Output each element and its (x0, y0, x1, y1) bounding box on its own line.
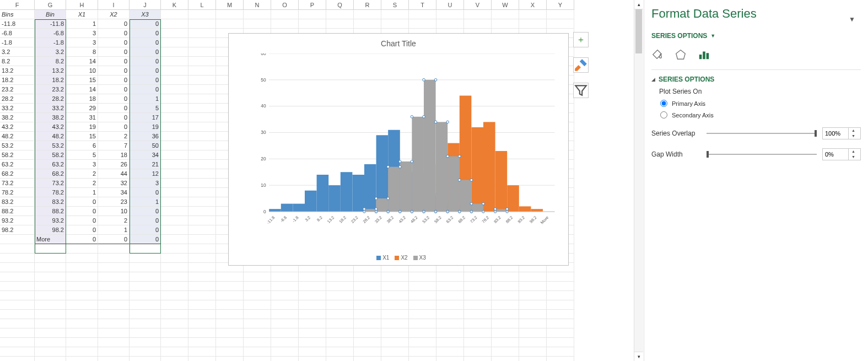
header-cell[interactable] (299, 10, 326, 19)
cell[interactable]: 0 (98, 57, 130, 66)
cell[interactable] (35, 310, 66, 319)
cell[interactable] (216, 319, 244, 328)
cell[interactable] (130, 282, 161, 291)
column-header-L[interactable]: L (188, 0, 216, 10)
cell[interactable] (547, 291, 574, 300)
cell[interactable]: 58.2 (35, 150, 66, 160)
cell[interactable] (547, 357, 574, 361)
cell[interactable] (381, 328, 409, 338)
cell[interactable]: 18 (66, 94, 98, 104)
cell[interactable] (188, 254, 216, 263)
cell[interactable] (0, 357, 35, 361)
cell[interactable] (216, 357, 244, 361)
bar-X1[interactable] (341, 172, 353, 212)
bar-X1[interactable] (281, 204, 293, 212)
cell[interactable]: 3 (130, 179, 161, 188)
primary-axis-radio[interactable]: Primary Axis (660, 100, 861, 107)
cell[interactable] (161, 179, 188, 188)
cell[interactable]: 0 (98, 47, 130, 57)
cell[interactable] (35, 272, 66, 282)
cell[interactable]: 3 (66, 29, 98, 38)
cell[interactable]: 13.2 (35, 66, 66, 76)
column-header-G[interactable]: G (35, 0, 66, 10)
spinner-down-icon[interactable]: ▼ (849, 133, 858, 139)
cell[interactable] (188, 76, 216, 85)
cell[interactable] (409, 319, 436, 328)
cell[interactable] (244, 319, 271, 328)
cell[interactable]: 68.2 (35, 169, 66, 179)
cell[interactable] (519, 272, 547, 282)
cell[interactable]: 7 (98, 141, 130, 150)
cell[interactable] (244, 300, 271, 310)
bar-X1[interactable] (328, 185, 341, 212)
header-cell[interactable] (436, 10, 464, 19)
header-cell[interactable]: Bins (0, 10, 35, 19)
cell[interactable]: 8.2 (0, 57, 35, 66)
cell[interactable] (161, 94, 188, 104)
cell[interactable] (188, 66, 216, 76)
cell[interactable] (161, 160, 188, 169)
cell[interactable] (161, 85, 188, 94)
cell[interactable] (354, 338, 381, 347)
scroll-up-button[interactable]: ▴ (634, 0, 643, 9)
cell[interactable] (271, 291, 299, 300)
cell[interactable] (326, 357, 354, 361)
cell[interactable]: -11.8 (35, 19, 66, 29)
cell[interactable] (381, 357, 409, 361)
cell[interactable] (161, 29, 188, 38)
cell[interactable] (130, 310, 161, 319)
cell[interactable] (0, 300, 35, 310)
bar-X3[interactable] (412, 117, 424, 212)
header-cell[interactable]: X2 (98, 10, 130, 19)
cell[interactable] (547, 310, 574, 319)
cell[interactable] (35, 254, 66, 263)
cell[interactable] (130, 300, 161, 310)
cell[interactable] (519, 347, 547, 357)
cell[interactable] (35, 244, 66, 254)
cell[interactable] (492, 310, 519, 319)
cell[interactable] (492, 272, 519, 282)
cell[interactable] (299, 347, 326, 357)
header-cell[interactable] (244, 10, 271, 19)
cell[interactable] (161, 319, 188, 328)
cell[interactable]: 32 (98, 179, 130, 188)
cell[interactable]: 0 (98, 113, 130, 122)
cell[interactable] (381, 272, 409, 282)
cell[interactable]: -6.8 (0, 29, 35, 38)
cell[interactable] (35, 263, 66, 272)
cell[interactable] (130, 263, 161, 272)
cell[interactable] (409, 338, 436, 347)
cell[interactable] (161, 225, 188, 235)
cell[interactable] (326, 19, 354, 29)
cell[interactable] (436, 291, 464, 300)
cell[interactable] (299, 19, 326, 29)
cell[interactable] (188, 179, 216, 188)
cell[interactable] (244, 357, 271, 361)
cell[interactable] (436, 300, 464, 310)
cell[interactable]: 2 (98, 216, 130, 225)
cell[interactable] (66, 300, 98, 310)
cell[interactable]: 88.2 (35, 207, 66, 216)
cell[interactable] (161, 216, 188, 225)
cell[interactable] (547, 282, 574, 291)
cell[interactable] (299, 310, 326, 319)
cell[interactable]: 2 (98, 132, 130, 141)
cell[interactable] (492, 300, 519, 310)
cell[interactable] (35, 291, 66, 300)
cell[interactable] (547, 338, 574, 347)
bar-X1[interactable] (269, 209, 281, 212)
cell[interactable]: 0 (130, 225, 161, 235)
cell[interactable] (464, 300, 492, 310)
cell[interactable]: 58.2 (0, 150, 35, 160)
cell[interactable] (188, 38, 216, 47)
cell[interactable] (271, 338, 299, 347)
column-header-V[interactable]: V (464, 0, 492, 10)
cell[interactable] (188, 244, 216, 254)
cell[interactable] (436, 357, 464, 361)
cell[interactable]: 68.2 (0, 169, 35, 179)
cell[interactable] (216, 338, 244, 347)
cell[interactable] (161, 122, 188, 132)
cell[interactable] (244, 282, 271, 291)
cell[interactable] (66, 282, 98, 291)
header-cell[interactable] (326, 10, 354, 19)
